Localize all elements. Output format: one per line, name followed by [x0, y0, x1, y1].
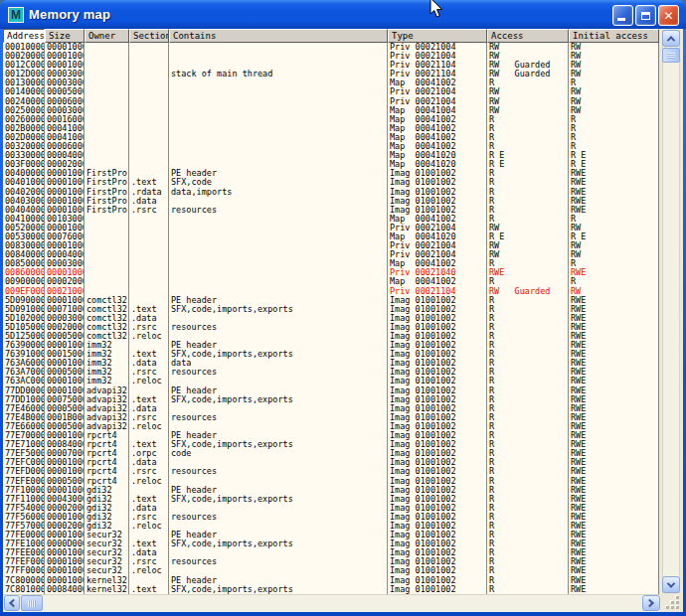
table-row[interactable]: 0012C00000001000Priv 00021104RW GuardedR… [3, 61, 658, 70]
cell-owner [85, 151, 129, 160]
scroll-up-button[interactable] [662, 30, 680, 47]
cell-section: .rdata [129, 188, 169, 197]
table-row[interactable]: 0032000000006000Map 00041002RR [3, 142, 658, 151]
table-row[interactable]: 77F1100000043000gdi32.textSFX,code,impor… [3, 495, 658, 504]
vertical-scrollbar-track[interactable] [662, 30, 680, 593]
scroll-down-button[interactable] [662, 576, 680, 593]
cell-type: Imag 01001002 [388, 522, 487, 531]
table-row[interactable]: 5D10500000020000comctl32.rsrcresourcesIm… [3, 323, 658, 332]
table-row[interactable]: 0086000000001000Priv 00021040RWERWE [3, 268, 658, 277]
table-row[interactable]: 77FEE00000001000secur32.dataImag 0100100… [3, 548, 658, 557]
table-row[interactable]: 77EF500000007000rpcrt4.orpccodeImag 0100… [3, 449, 658, 458]
table-row[interactable]: 002B000000041000Map 00041002RR [3, 124, 658, 133]
horizontal-scrollbar-track[interactable] [3, 594, 660, 612]
table-row[interactable]: 003F000000002000Map 00041020R ER E [3, 160, 658, 169]
table-row[interactable]: 0013000000003000Map 00041002RR [3, 78, 658, 87]
table-row[interactable]: 77DD100000075000advapi32.textSFX,code,im… [3, 395, 658, 404]
table-row[interactable]: 0025000000003000Map 00041004RWRW [3, 106, 658, 115]
table-row[interactable]: 77E4B0000001B000advapi32.rsrcresourcesIm… [3, 413, 658, 422]
table-row[interactable]: 77FEF00000001000secur32.rsrcresourcesIma… [3, 557, 658, 566]
cell-address: 00010000 [3, 43, 45, 52]
table-row[interactable]: 763A600000001000imm32.datadataImag 01001… [3, 359, 658, 368]
vertical-scrollbar-thumb[interactable] [662, 48, 680, 63]
table-row[interactable]: 0084000000004000Priv 00021004RWRW [3, 250, 658, 259]
table-row[interactable]: 77F5700000002000gdi32.relocImag 01001002… [3, 522, 658, 531]
table-row[interactable]: 0083000000001000Priv 00021004RWRW [3, 241, 658, 250]
cell-owner: secur32 [85, 557, 129, 566]
table-row[interactable]: 0053000000076000Map 00041020R ER E [3, 232, 658, 241]
table-row[interactable]: 5D09000000001000comctl32PE headerImag 01… [3, 296, 658, 305]
table-row[interactable]: 0033000000004000Map 00041020R ER E [3, 151, 658, 160]
table-row[interactable]: 77E7000000001000rpcrt4PE headerImag 0100… [3, 431, 658, 440]
cell-initial_access: RWE [569, 332, 658, 341]
table-row[interactable]: 0001000000001000Priv 00021004RWRW [3, 43, 658, 52]
cell-address: 763AC000 [3, 377, 45, 385]
table-row[interactable]: 0085000000003000Map 00041002RR [3, 259, 658, 268]
table-row[interactable]: 77EFD00000001000rpcrt4.rsrcresourcesImag… [3, 467, 658, 476]
cell-owner: FirstPro [85, 197, 129, 206]
column-header-access[interactable]: Access [487, 29, 569, 43]
table-row[interactable]: 0040200000001000FirstPro.rdatadata,impor… [3, 188, 658, 197]
table-row[interactable]: 5D10200000003000comctl32.dataImag 010010… [3, 314, 658, 323]
close-button[interactable]: ✕ [658, 5, 679, 26]
column-header-section[interactable]: Section [129, 29, 169, 43]
table-row[interactable]: 77E6600000005000advapi32.relocImag 01001… [3, 422, 658, 431]
table-row[interactable]: 7C80000000001000kernel32PE headerImag 01… [3, 576, 658, 585]
table-row[interactable]: 0040400000001000FirstPro.rsrcresourcesIm… [3, 206, 658, 215]
table-row[interactable]: 77EFC00000001000rpcrt4.dataImag 01001002… [3, 458, 658, 467]
cell-section: .text [129, 305, 169, 314]
table-row[interactable]: 0090000000002000Map 00041002RR [3, 277, 658, 286]
column-header-initial-access[interactable]: Initial access [569, 29, 659, 43]
column-header-address[interactable]: Address [3, 29, 45, 43]
cell-initial_access: RWE [569, 513, 658, 522]
table-row[interactable]: 77FE000000001000secur32PE headerImag 010… [3, 531, 658, 539]
table-row[interactable]: 0052000000001000Priv 00021004RWRW [3, 224, 658, 232]
cell-initial_access: RWE [569, 368, 658, 377]
table-row[interactable]: 0002000000001000Priv 00021004RWRW [3, 52, 658, 61]
table-row[interactable]: 763A700000005000imm32.rsrcresourcesImag … [3, 368, 658, 377]
close-icon: ✕ [663, 10, 673, 22]
table-row[interactable]: 77FE10000000D000secur32.textSFX,code,imp… [3, 539, 658, 548]
table-row[interactable]: 77F5400000002000gdi32.dataImag 01001002R… [3, 504, 658, 513]
horizontal-scrollbar-thumb[interactable] [21, 595, 43, 611]
table-row[interactable]: 77E4600000005000advapi32.dataImag 010010… [3, 404, 658, 413]
table-row[interactable]: 0040000000001000FirstProPE headerImag 01… [3, 169, 658, 178]
table-row[interactable]: 0026000000016000Map 00041002RR [3, 115, 658, 124]
table-row[interactable]: 77F1000000001000gdi32PE headerImag 01001… [3, 486, 658, 495]
table-row[interactable]: 5D12500000005000comctl32.relocImag 01001… [3, 332, 658, 341]
table-row[interactable]: 5D09100000071000comctl32.textSFX,code,im… [3, 305, 658, 314]
table-row[interactable]: 77FF000000001000secur32.relocImag 010010… [3, 566, 658, 575]
minimize-button[interactable] [612, 5, 633, 26]
cell-contains [169, 197, 388, 206]
cell-access: R [487, 458, 569, 467]
column-header-type[interactable]: Type [388, 29, 487, 43]
column-header-size[interactable]: Size [45, 29, 85, 43]
scroll-left-button[interactable] [4, 595, 20, 611]
table-row[interactable]: 002D000000041000Map 00041002RR [3, 133, 658, 142]
resize-grip[interactable] [662, 594, 682, 612]
title-bar[interactable]: M Memory map ✕ [0, 0, 686, 29]
cell-access: R [487, 359, 569, 368]
table-row[interactable]: 0041000000103000Map 00041002RR [3, 215, 658, 224]
scroll-right-button[interactable] [642, 595, 660, 611]
column-header-owner[interactable]: Owner [85, 29, 129, 43]
table-row[interactable]: 77EFE00000005000rpcrt4.relocImag 0100100… [3, 477, 658, 486]
table-row[interactable]: 0040100000001000FirstPro.textSFX,codeIma… [3, 178, 658, 187]
table-row[interactable]: 7639100000015000imm32.textSFX,code,impor… [3, 350, 658, 359]
table-row[interactable]: 77DD000000001000advapi32PE headerImag 01… [3, 386, 658, 395]
cell-access: R [487, 495, 569, 504]
maximize-button[interactable] [635, 5, 656, 26]
table-row[interactable]: 0040300000001000FirstPro.dataImag 010010… [3, 197, 658, 206]
table-row[interactable]: 77E7100000084000rpcrt4.textSFX,code,impo… [3, 440, 658, 449]
table-row[interactable]: 7639000000001000imm32PE headerImag 01001… [3, 341, 658, 350]
table-row[interactable]: 763AC00000001000imm32.relocImag 01001002… [3, 377, 658, 385]
table-row[interactable]: 7C80100000084000kernel32.textSFX,code,im… [3, 585, 658, 594]
table-row[interactable]: 77F5600000001000gdi32.rsrcresourcesImag … [3, 513, 658, 522]
cell-address: 0012D000 [3, 70, 45, 78]
table-row[interactable]: 0014000000005000Priv 00021004RWRW [3, 87, 658, 96]
table-row[interactable]: 009EF00000021000Priv 00021104RW GuardedR… [3, 287, 658, 296]
table-row[interactable]: 0012D00000003000stack of main threadPriv… [3, 70, 658, 78]
table-row[interactable]: 0024000000006000Priv 00021004RWRW [3, 97, 658, 106]
cell-initial_access: RWE [569, 495, 658, 504]
column-header-contains[interactable]: Contains [169, 29, 388, 43]
